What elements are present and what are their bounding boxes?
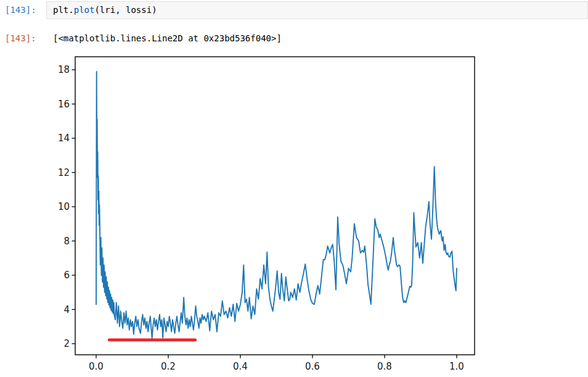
input-prompt: [143]: [0,1,46,19]
y-tick-label: 2 [63,338,70,349]
y-tick-label: 18 [58,64,70,75]
axes-spines [75,57,475,355]
output-prompt: [143]: [0,32,46,44]
cell-output-row: [143]: [<matplotlib.lines.Line2D at 0x23… [0,32,588,44]
code-token-object: plt. [53,5,74,15]
loss-chart-svg: 0.00.20.40.60.81.024681012141618 [54,52,485,375]
code-token-function: plot [74,5,95,15]
plot-series-group [96,72,457,340]
matplotlib-figure: 0.00.20.40.60.81.024681012141618 [54,52,485,375]
y-tick-label: 16 [58,99,70,110]
x-tick-label: 0.6 [305,361,320,372]
code-editor[interactable]: plt.plot(lri, lossi) [46,1,588,19]
code-cell: [143]: plt.plot(lri, lossi) [143]: [<mat… [0,0,588,375]
x-tick-label: 0.2 [161,361,176,372]
output-repr-text: [<matplotlib.lines.Line2D at 0x23bd536f0… [46,32,282,44]
x-tick-label: 0.4 [233,361,248,372]
code-token-args: (lri, lossi) [94,5,157,15]
y-tick-label: 4 [63,304,70,315]
loss-curve [96,72,457,339]
y-tick-label: 8 [63,236,70,247]
x-tick-label: 1.0 [449,361,464,372]
x-tick-label: 0.8 [377,361,392,372]
y-tick-label: 14 [58,133,70,144]
y-tick-label: 6 [63,270,70,281]
y-tick-label: 10 [58,201,70,212]
jupyter-notebook-page: { "cell": { "input_prompt": "[143]:", "c… [0,0,588,377]
y-tick-label: 12 [58,167,70,178]
cell-input-row: [143]: plt.plot(lri, lossi) [0,1,588,19]
x-tick-label: 0.0 [89,361,104,372]
